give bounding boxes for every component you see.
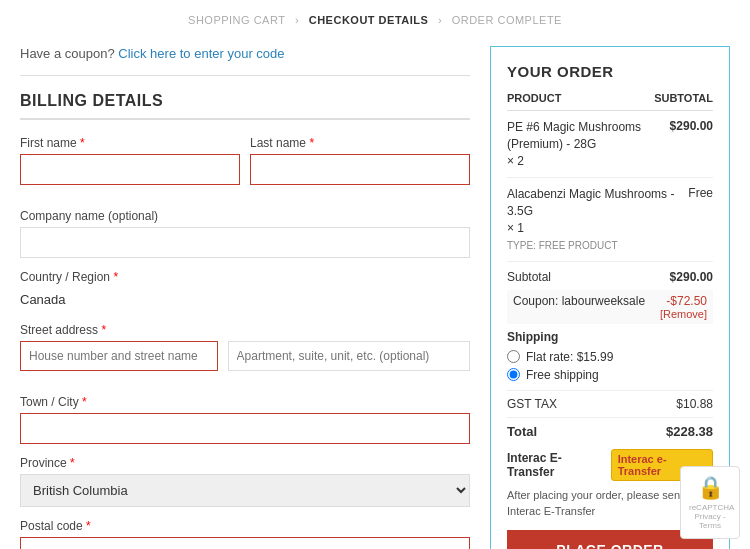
tax-row: GST TAX $10.88	[507, 390, 713, 411]
country-group: Country / Region * Canada	[20, 270, 470, 311]
subtotal-value: $290.00	[670, 270, 713, 284]
first-name-group: First name *	[20, 136, 240, 185]
order-header: PRODUCT SUBTOTAL	[507, 92, 713, 111]
total-row: Total $228.38	[507, 417, 713, 439]
order-item-1: PE #6 Magic Mushrooms (Premium) - 28G × …	[507, 119, 713, 178]
coupon-text: Have a coupon?	[20, 46, 115, 61]
coupon-remove[interactable]: [Remove]	[660, 308, 707, 320]
shipping-flat-label: Flat rate: $15.99	[526, 350, 613, 364]
header-product: PRODUCT	[507, 92, 561, 104]
subtotal-label: Subtotal	[507, 270, 551, 284]
breadcrumb-complete: ORDER COMPLETE	[452, 14, 562, 26]
order-item-2: Alacabenzi Magic Mushrooms - 3.5G × 1 TY…	[507, 186, 713, 261]
shipping-flat-radio[interactable]	[507, 350, 520, 363]
item-2-type: TYPE: FREE PRODUCT	[507, 239, 680, 253]
city-group: Town / City *	[20, 395, 470, 444]
postal-label: Postal code *	[20, 519, 470, 533]
recaptcha-text: reCAPTCHAPrivacy - Terms	[689, 503, 731, 530]
coupon-link[interactable]: Click here to enter your code	[118, 46, 284, 61]
coupon-bar: Have a coupon? Click here to enter your …	[20, 46, 470, 76]
total-label: Total	[507, 424, 537, 439]
coupon-value: -$72.50 [Remove]	[660, 294, 707, 320]
last-name-group: Last name *	[250, 136, 470, 185]
breadcrumb-cart: SHOPPING CART	[188, 14, 285, 26]
street-input[interactable]	[20, 341, 218, 371]
item-2-name: Alacabenzi Magic Mushrooms - 3.5G × 1 TY…	[507, 186, 688, 252]
breadcrumb: SHOPPING CART › CHECKOUT DETAILS › ORDER…	[0, 0, 750, 36]
breadcrumb-checkout: CHECKOUT DETAILS	[309, 14, 429, 26]
breadcrumb-sep2: ›	[438, 14, 446, 26]
order-title: YOUR ORDER	[507, 63, 713, 80]
company-label: Company name (optional)	[20, 209, 470, 223]
header-subtotal: SUBTOTAL	[654, 92, 713, 104]
last-name-label: Last name *	[250, 136, 470, 150]
street-label: Street address *	[20, 323, 470, 337]
postal-input[interactable]	[20, 537, 470, 549]
shipping-section: Shipping Flat rate: $15.99 Free shipping	[507, 330, 713, 382]
shipping-free-radio[interactable]	[507, 368, 520, 381]
apartment-input[interactable]	[228, 341, 470, 371]
shipping-option-flat[interactable]: Flat rate: $15.99	[507, 350, 713, 364]
country-value: Canada	[20, 288, 470, 311]
total-value: $228.38	[666, 424, 713, 439]
gst-label: GST TAX	[507, 397, 557, 411]
coupon-row: Coupon: labourweeksale -$72.50 [Remove]	[507, 290, 713, 324]
province-select[interactable]: British Columbia Alberta Ontario Quebec …	[20, 474, 470, 507]
item-2-price: Free	[688, 186, 713, 200]
street-row	[20, 341, 470, 371]
coupon-label: Coupon: labourweeksale	[513, 294, 645, 308]
gst-value: $10.88	[676, 397, 713, 411]
country-label: Country / Region *	[20, 270, 470, 284]
item-1-price: $290.00	[670, 119, 713, 133]
postal-group: Postal code *	[20, 519, 470, 549]
first-name-label: First name *	[20, 136, 240, 150]
subtotal-row: Subtotal $290.00	[507, 270, 713, 284]
billing-section: Have a coupon? Click here to enter your …	[20, 46, 470, 549]
recaptcha-badge: 🔒 reCAPTCHAPrivacy - Terms	[680, 466, 740, 539]
city-label: Town / City *	[20, 395, 470, 409]
last-name-input[interactable]	[250, 154, 470, 185]
breadcrumb-sep1: ›	[295, 14, 303, 26]
street-group: Street address *	[20, 323, 470, 383]
shipping-label: Shipping	[507, 330, 713, 344]
recaptcha-icon: 🔒	[689, 475, 731, 501]
item-1-name: PE #6 Magic Mushrooms (Premium) - 28G × …	[507, 119, 670, 169]
shipping-free-label: Free shipping	[526, 368, 599, 382]
city-input[interactable]	[20, 413, 470, 444]
billing-title: BILLING DETAILS	[20, 92, 470, 120]
company-input[interactable]	[20, 227, 470, 258]
name-row: First name * Last name *	[20, 136, 470, 197]
province-group: Province * British Columbia Alberta Onta…	[20, 456, 470, 507]
province-label: Province *	[20, 456, 470, 470]
first-name-input[interactable]	[20, 154, 240, 185]
company-group: Company name (optional)	[20, 209, 470, 258]
shipping-option-free[interactable]: Free shipping	[507, 368, 713, 382]
